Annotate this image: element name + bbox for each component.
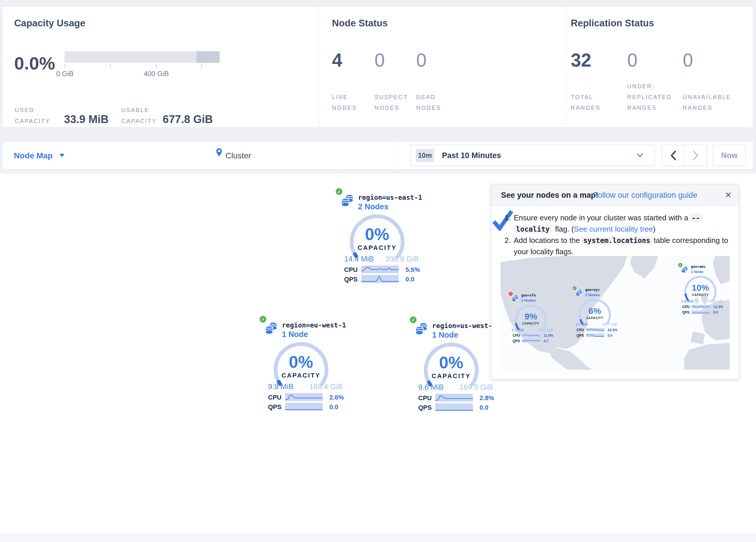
capacity-percent: 6% [578,306,612,316]
used-capacity: 3.7 GiB [575,322,588,327]
cpu-label: CPU [344,266,357,274]
tick-label-400: 400 GiB [139,70,174,78]
suspect-nodes-count: 0 [375,49,385,71]
node-map-page: Capacity Usage 0.0% 0 GiB 400 GiB USED C… [0,0,756,542]
cpu-sparkline [361,265,399,273]
cpu-row: CPU 5.5% [344,265,421,274]
total-ranges-count: 32 [571,49,591,71]
node-status-title: Node Status [332,18,388,29]
code-chip: system.locations [581,236,652,245]
database-nodes-icon [265,322,278,335]
suspect-nodes-label: SUSPECTNODES [375,81,408,113]
geo-node-count: 1 Node [691,269,703,274]
used-capacity: 3.6 GiB [681,299,693,304]
capacity-usage-title: Capacity Usage [14,18,85,29]
used-capacity: 3.2 GiB [511,328,524,332]
geo-group-nyc[interactable]: ✓ geo=nyc 2 Nodes 6% CAPACITY 3.7 GiB 65… [572,286,619,340]
close-icon[interactable]: ✕ [725,190,732,200]
qps-value: 0.0 [329,403,338,411]
qps-value: 0.0 [608,334,612,338]
qps-sparkline [435,403,473,411]
qps-row: QPS 0.0 [577,334,617,337]
qps-label: QPS [418,404,432,412]
qps-label: QPS [682,311,689,315]
total-ranges-label: TOTALRANGES [571,81,600,113]
capacity-percent: 10% [684,283,717,293]
used-capacity: 14.4 MiB [344,254,374,263]
nodes-on-map-panel: See your nodes on a map! Follow our conf… [491,184,739,379]
total-capacity: 65.7 GiB [602,322,617,327]
step-2: 2. Add locations to thesystem.locationst… [504,235,730,257]
chevron-down-icon [59,154,65,157]
breadcrumb[interactable]: Cluster [225,151,251,160]
cpu-row: CPU 11.0% [513,334,553,337]
qps-sparkline [522,339,540,343]
geo-node-count: 2 Nodes [585,293,600,297]
capacity-percent: 0% [422,353,480,372]
database-nodes-icon [341,194,354,207]
capacity-word: CAPACITY [578,317,612,320]
cpu-value: 2.8% [480,394,494,402]
used-capacity: 9.9 MiB [268,382,293,391]
time-range-dropdown[interactable]: 10m Past 10 Minutes [411,145,655,166]
region-node-count: 2 Nodes [358,202,388,211]
total-capacity: 35.1 GiB [538,328,553,332]
region-group-us-east-1[interactable]: ✓ region=us-east-1 2 Nodes 0% CAPACITY 1… [333,187,421,285]
panel-header: See your nodes on a map! Follow our conf… [491,185,739,206]
qps-sparkline [586,334,604,337]
region-title: region=eu-west-1 [282,322,346,329]
cpu-value: 12.3% [713,305,723,309]
total-capacity: 34.4 GiB [708,299,723,304]
database-nodes-icon [576,289,582,296]
qps-row: QPS 0.0 [268,403,345,411]
qps-label: QPS [268,403,281,411]
time-back-button[interactable] [662,145,685,166]
cpu-row: CPU 42.5% [577,328,617,332]
unavailable-label: UNAVAILABLERANGES [683,81,731,113]
cpu-label: CPU [682,305,689,309]
divider [319,7,320,127]
tick [156,64,157,68]
total-capacity: 338.9 GiB [385,254,419,263]
capacity-word: CAPACITY [348,244,406,251]
geo-group-sfo[interactable]: ! geo=sfo 2 Nodes 9% CAPACITY 3.2 GiB 35… [509,292,555,345]
geo-group-ams[interactable]: ✓ geo=ams 1 Node 10% CAPACITY 3.6 GiB 34… [678,263,724,317]
view-selector-node-map[interactable]: Node Map [14,151,53,160]
configuration-guide-link[interactable]: Follow our configuration guide [593,191,697,200]
geo-title: geo=nyc [585,288,600,292]
region-group-us-west-1[interactable]: ✓ region=us-west-1 1 Node 0% CAPACITY 9.… [407,315,495,414]
live-nodes-count: 4 [332,49,342,71]
cpu-value: 5.5% [405,266,420,274]
toolbar: Node Map Cluster 10m Past 10 Minutes [2,141,753,170]
location-pin-icon [216,148,222,157]
time-forward-button[interactable] [685,145,707,166]
tick [65,64,65,68]
cpu-value: 2.6% [329,394,344,401]
cpu-label: CPU [513,334,520,338]
qps-sparkline [692,311,710,314]
capacity-bar-usable-segment [197,51,220,63]
capacity-bar [65,51,220,63]
region-title: region=us-west-1 [432,322,496,330]
live-nodes-label: LIVENODES [332,81,357,113]
now-button[interactable]: Now [713,145,746,166]
qps-sparkline [361,275,399,283]
geo-title: geo=ams [691,264,706,269]
capacity-word: CAPACITY [684,293,717,297]
unavailable-count: 0 [683,49,693,71]
tick [110,64,111,68]
cpu-label: CPU [577,328,584,332]
usable-capacity-label: USABLE CAPACITY [121,104,157,126]
capacity-word: CAPACITY [272,372,330,379]
time-nav-group [662,145,707,166]
capacity-word: CAPACITY [514,322,548,325]
divider [566,7,566,127]
locality-tree-link[interactable]: See current locality tree [574,225,653,233]
database-nodes-icon [681,266,688,273]
region-group-eu-west-1[interactable]: ✓ region=eu-west-1 1 Node 0% CAPACITY 9.… [257,315,345,413]
cpu-sparkline [285,393,323,401]
cpu-row: CPU 2.6% [268,393,345,401]
region-title: region=us-east-1 [358,194,422,201]
qps-row: QPS 0.0 [344,275,421,283]
replication-status-title: Replication Status [571,18,654,29]
